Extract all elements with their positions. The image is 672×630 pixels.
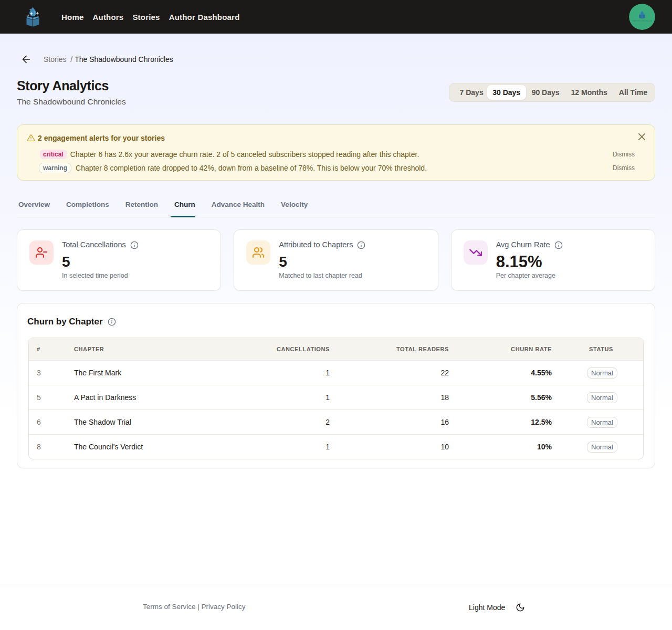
svg-text:CHAPTER CHRONICLES: CHAPTER CHRONICLES bbox=[632, 20, 653, 22]
